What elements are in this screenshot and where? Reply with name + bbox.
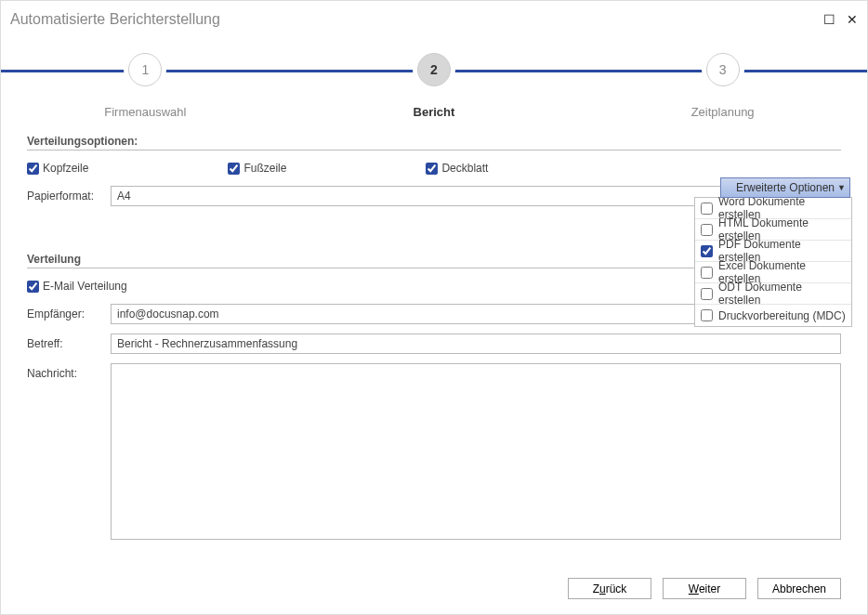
checkbox-deckblatt[interactable]: Deckblatt (426, 162, 488, 175)
papierformat-value: A4 (117, 190, 131, 203)
checkbox-kopfzeile-label: Kopfzeile (43, 162, 88, 175)
checkbox-email-verteilung-label: E-Mail Verteilung (43, 280, 127, 293)
dd-label-odt: ODT Dokumente erstellen (718, 281, 846, 307)
section-verteilungsoptionen: Verteilungsoptionen: (27, 135, 841, 150)
step-2[interactable]: 2 (417, 53, 451, 86)
nachricht-label: Nachricht: (27, 363, 103, 380)
cancel-button[interactable]: Abbrechen (757, 578, 841, 599)
dd-item-mdc[interactable]: Druckvorbereitung (MDC) (695, 305, 851, 326)
maximize-icon[interactable]: ☐ (823, 13, 835, 26)
checkbox-fusszeile[interactable]: Fußzeile (228, 162, 286, 175)
step-1-label: Firmenauswahl (1, 105, 290, 119)
betreff-label: Betreff: (27, 337, 103, 350)
erweiterte-optionen-label: Erweiterte Optionen (736, 181, 835, 194)
step-2-label: Bericht (290, 105, 579, 119)
step-3[interactable]: 3 (706, 53, 740, 86)
checkbox-deckblatt-label: Deckblatt (441, 162, 488, 175)
checkbox-kopfzeile[interactable]: Kopfzeile (27, 162, 88, 175)
step-3-label: Zeitplanung (578, 105, 867, 119)
stepper: 1 Firmenauswahl 2 Bericht 3 Zeitplanung (1, 42, 867, 125)
erweiterte-optionen-menu: Word Dokumente erstellen HTML Dokumente … (694, 197, 852, 327)
checkbox-fusszeile-input[interactable] (228, 163, 240, 175)
back-button[interactable]: Zurück (568, 578, 651, 599)
dd-label-mdc: Druckvorbereitung (MDC) (718, 309, 846, 322)
chevron-down-icon: ▼ (837, 183, 846, 192)
dd-check-html[interactable] (701, 224, 713, 236)
dd-item-odt[interactable]: ODT Dokumente erstellen (695, 283, 851, 305)
next-button[interactable]: Weiter (663, 578, 746, 599)
dd-check-odt[interactable] (701, 288, 713, 300)
step-1[interactable]: 1 (128, 53, 162, 86)
close-icon[interactable]: ✕ (847, 13, 858, 26)
dd-check-word[interactable] (701, 203, 713, 215)
dd-check-excel[interactable] (701, 267, 713, 279)
erweiterte-optionen-dropdown[interactable]: Erweiterte Optionen ▼ (720, 177, 850, 198)
betreff-input[interactable] (111, 334, 841, 354)
checkbox-fusszeile-label: Fußzeile (243, 162, 286, 175)
dd-check-pdf[interactable] (701, 245, 713, 257)
papierformat-label: Papierformat: (27, 190, 103, 203)
nachricht-textarea[interactable] (111, 363, 841, 540)
checkbox-kopfzeile-input[interactable] (27, 163, 39, 175)
empfaenger-label: Empfänger: (27, 308, 103, 321)
checkbox-email-verteilung-input[interactable] (27, 281, 39, 293)
dd-check-mdc[interactable] (701, 309, 713, 321)
back-underline: u (599, 582, 606, 595)
checkbox-deckblatt-input[interactable] (426, 163, 438, 175)
window-title: Automatisierte Berichterstellung (10, 11, 220, 28)
